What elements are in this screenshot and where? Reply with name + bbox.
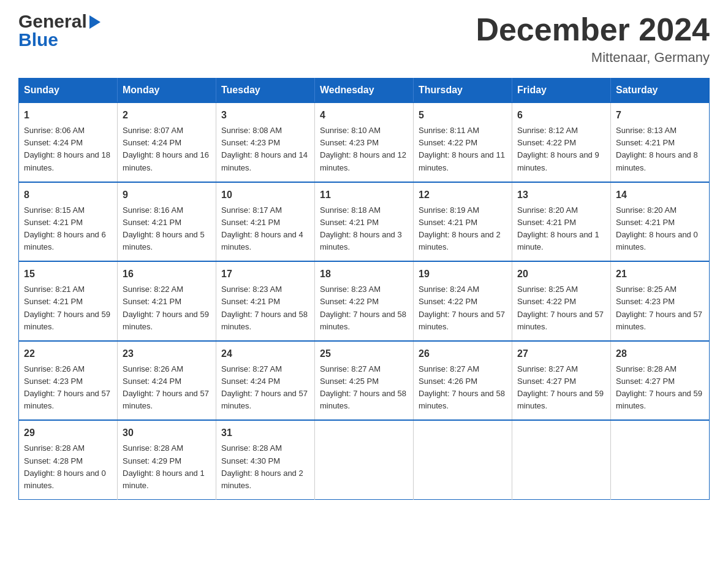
day-info: Sunrise: 8:12 AM Sunset: 4:22 PM Dayligh… [517,124,605,174]
logo: General Blue [18,12,100,49]
day-number: 29 [24,426,112,440]
calendar-cell [512,420,611,499]
day-info: Sunrise: 8:06 AM Sunset: 4:24 PM Dayligh… [24,124,112,174]
day-info: Sunrise: 8:24 AM Sunset: 4:22 PM Dayligh… [419,283,507,333]
calendar-cell: 25 Sunrise: 8:27 AM Sunset: 4:25 PM Dayl… [315,341,414,421]
day-number: 14 [616,188,704,202]
day-info: Sunrise: 8:08 AM Sunset: 4:23 PM Dayligh… [221,124,309,174]
calendar-cell: 4 Sunrise: 8:10 AM Sunset: 4:23 PM Dayli… [315,102,414,182]
day-number: 3 [221,108,309,123]
weekday-header-wednesday: Wednesday [315,79,414,103]
calendar-cell [414,420,512,499]
day-info: Sunrise: 8:28 AM Sunset: 4:30 PM Dayligh… [221,442,309,492]
day-number: 23 [123,347,211,361]
day-number: 28 [616,347,704,361]
calendar-cell: 12 Sunrise: 8:19 AM Sunset: 4:21 PM Dayl… [414,182,512,262]
day-info: Sunrise: 8:27 AM Sunset: 4:25 PM Dayligh… [320,363,408,413]
calendar-cell: 2 Sunrise: 8:07 AM Sunset: 4:24 PM Dayli… [118,102,216,182]
day-number: 2 [123,108,211,123]
weekday-header-friday: Friday [512,79,611,103]
calendar-week-row: 22 Sunrise: 8:26 AM Sunset: 4:23 PM Dayl… [19,341,710,421]
calendar-cell: 8 Sunrise: 8:15 AM Sunset: 4:21 PM Dayli… [19,182,118,262]
calendar-cell [611,420,710,499]
day-info: Sunrise: 8:19 AM Sunset: 4:21 PM Dayligh… [419,204,507,254]
calendar-cell: 10 Sunrise: 8:17 AM Sunset: 4:21 PM Dayl… [216,182,315,262]
calendar-cell: 20 Sunrise: 8:25 AM Sunset: 4:22 PM Dayl… [512,261,611,341]
logo-chevron-icon [89,15,100,31]
calendar-cell: 29 Sunrise: 8:28 AM Sunset: 4:28 PM Dayl… [19,420,118,499]
day-info: Sunrise: 8:25 AM Sunset: 4:23 PM Dayligh… [616,283,704,333]
calendar-week-row: 15 Sunrise: 8:21 AM Sunset: 4:21 PM Dayl… [19,261,710,341]
calendar-table: SundayMondayTuesdayWednesdayThursdayFrid… [18,78,710,500]
calendar-cell: 3 Sunrise: 8:08 AM Sunset: 4:23 PM Dayli… [216,102,315,182]
calendar-cell: 27 Sunrise: 8:27 AM Sunset: 4:27 PM Dayl… [512,341,611,421]
page-header: General Blue December 2024 Mittenaar, Ge… [18,12,710,66]
calendar-header: SundayMondayTuesdayWednesdayThursdayFrid… [19,79,710,103]
day-info: Sunrise: 8:10 AM Sunset: 4:23 PM Dayligh… [320,124,408,174]
calendar-cell: 28 Sunrise: 8:28 AM Sunset: 4:27 PM Dayl… [611,341,710,421]
day-info: Sunrise: 8:23 AM Sunset: 4:21 PM Dayligh… [221,283,309,333]
calendar-cell: 1 Sunrise: 8:06 AM Sunset: 4:24 PM Dayli… [19,102,118,182]
weekday-header-tuesday: Tuesday [216,79,315,103]
calendar-cell: 9 Sunrise: 8:16 AM Sunset: 4:21 PM Dayli… [118,182,216,262]
day-number: 19 [419,267,507,282]
day-number: 5 [419,108,507,123]
calendar-week-row: 29 Sunrise: 8:28 AM Sunset: 4:28 PM Dayl… [19,420,710,499]
calendar-cell: 14 Sunrise: 8:20 AM Sunset: 4:21 PM Dayl… [611,182,710,262]
day-number: 17 [221,267,309,282]
calendar-week-row: 8 Sunrise: 8:15 AM Sunset: 4:21 PM Dayli… [19,182,710,262]
logo-blue-text: Blue [18,31,58,49]
day-info: Sunrise: 8:28 AM Sunset: 4:29 PM Dayligh… [123,442,211,492]
day-info: Sunrise: 8:21 AM Sunset: 4:21 PM Dayligh… [24,283,112,333]
calendar-cell: 23 Sunrise: 8:26 AM Sunset: 4:24 PM Dayl… [118,341,216,421]
day-info: Sunrise: 8:27 AM Sunset: 4:24 PM Dayligh… [221,363,309,413]
day-info: Sunrise: 8:13 AM Sunset: 4:21 PM Dayligh… [616,124,704,174]
day-number: 11 [320,188,408,202]
calendar-cell [315,420,414,499]
day-number: 10 [221,188,309,202]
day-number: 21 [616,267,704,282]
day-number: 30 [123,426,211,440]
day-info: Sunrise: 8:28 AM Sunset: 4:28 PM Dayligh… [24,442,112,492]
day-info: Sunrise: 8:18 AM Sunset: 4:21 PM Dayligh… [320,204,408,254]
day-info: Sunrise: 8:15 AM Sunset: 4:21 PM Dayligh… [24,204,112,254]
day-info: Sunrise: 8:26 AM Sunset: 4:23 PM Dayligh… [24,363,112,413]
calendar-cell: 18 Sunrise: 8:23 AM Sunset: 4:22 PM Dayl… [315,261,414,341]
calendar-cell: 26 Sunrise: 8:27 AM Sunset: 4:26 PM Dayl… [414,341,512,421]
calendar-cell: 24 Sunrise: 8:27 AM Sunset: 4:24 PM Dayl… [216,341,315,421]
calendar-cell: 11 Sunrise: 8:18 AM Sunset: 4:21 PM Dayl… [315,182,414,262]
calendar-cell: 6 Sunrise: 8:12 AM Sunset: 4:22 PM Dayli… [512,102,611,182]
day-number: 22 [24,347,112,361]
calendar-cell: 19 Sunrise: 8:24 AM Sunset: 4:22 PM Dayl… [414,261,512,341]
day-number: 25 [320,347,408,361]
day-info: Sunrise: 8:17 AM Sunset: 4:21 PM Dayligh… [221,204,309,254]
calendar-cell: 13 Sunrise: 8:20 AM Sunset: 4:21 PM Dayl… [512,182,611,262]
day-info: Sunrise: 8:22 AM Sunset: 4:21 PM Dayligh… [123,283,211,333]
calendar-body: 1 Sunrise: 8:06 AM Sunset: 4:24 PM Dayli… [19,102,710,499]
day-number: 26 [419,347,507,361]
calendar-cell: 5 Sunrise: 8:11 AM Sunset: 4:22 PM Dayli… [414,102,512,182]
calendar-cell: 22 Sunrise: 8:26 AM Sunset: 4:23 PM Dayl… [19,341,118,421]
day-number: 1 [24,108,112,123]
day-info: Sunrise: 8:20 AM Sunset: 4:21 PM Dayligh… [616,204,704,254]
day-number: 12 [419,188,507,202]
weekday-header-thursday: Thursday [414,79,512,103]
day-info: Sunrise: 8:27 AM Sunset: 4:27 PM Dayligh… [517,363,605,413]
day-number: 18 [320,267,408,282]
day-info: Sunrise: 8:11 AM Sunset: 4:22 PM Dayligh… [419,124,507,174]
day-number: 31 [221,426,309,440]
weekday-header-monday: Monday [118,79,216,103]
day-number: 24 [221,347,309,361]
weekday-header-saturday: Saturday [611,79,710,103]
day-info: Sunrise: 8:16 AM Sunset: 4:21 PM Dayligh… [123,204,211,254]
day-number: 20 [517,267,605,282]
day-info: Sunrise: 8:07 AM Sunset: 4:24 PM Dayligh… [123,124,211,174]
calendar-cell: 30 Sunrise: 8:28 AM Sunset: 4:29 PM Dayl… [118,420,216,499]
logo-general-text: General [18,12,87,31]
day-number: 7 [616,108,704,123]
day-number: 13 [517,188,605,202]
calendar-week-row: 1 Sunrise: 8:06 AM Sunset: 4:24 PM Dayli… [19,102,710,182]
day-number: 9 [123,188,211,202]
calendar-cell: 21 Sunrise: 8:25 AM Sunset: 4:23 PM Dayl… [611,261,710,341]
calendar-cell: 31 Sunrise: 8:28 AM Sunset: 4:30 PM Dayl… [216,420,315,499]
